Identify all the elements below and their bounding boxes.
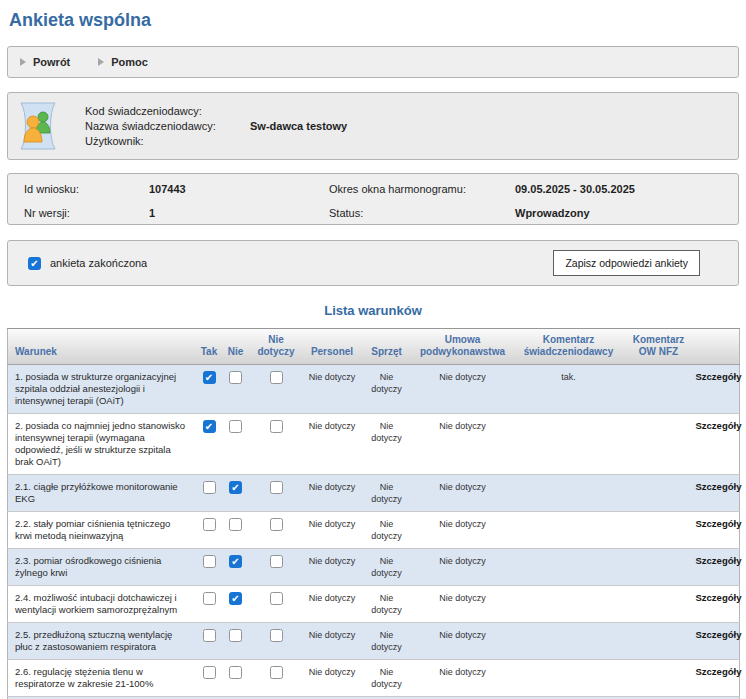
sprzet-value: Nie dotyczy [361, 475, 413, 512]
details-link[interactable]: Szczegóły [696, 666, 742, 677]
details-link[interactable]: Szczegóły [696, 518, 742, 529]
save-answers-button[interactable]: Zapisz odpowiedzi ankiety [553, 250, 700, 276]
provider-name-value: Sw-dawca testowy [250, 120, 347, 132]
nie-dotyczy-checkbox[interactable] [270, 666, 283, 679]
column-header-umowa-podwykonawstwa: Umowa podwykonawstwa [413, 329, 513, 365]
nie-checkbox[interactable] [229, 555, 242, 568]
nie-dotyczy-checkbox[interactable] [270, 420, 283, 433]
details-link[interactable]: Szczegóły [696, 592, 742, 603]
komentarz-ow-nfz-value [625, 414, 693, 475]
tak-checkbox[interactable] [203, 420, 216, 433]
version-label: Nr wersji: [24, 207, 149, 225]
komentarz-swiadczeniodawcy-value [513, 512, 625, 549]
umowa-podwykonawstwa-value: Nie dotyczy [413, 623, 513, 660]
survey-finished-label: ankieta zakończona [50, 257, 147, 269]
tak-checkbox[interactable] [203, 666, 216, 679]
tak-checkbox[interactable] [203, 518, 216, 531]
column-header-komentarz-swiadczeniodawcy: Komentarz świadczeniodawcy [513, 329, 625, 365]
condition-text: 2.4. możliwość intubacji dotchawiczej i … [8, 586, 196, 623]
tak-checkbox[interactable] [203, 371, 216, 384]
help-button-label: Pomoc [111, 56, 148, 68]
komentarz-swiadczeniodawcy-value: tak. [513, 365, 625, 414]
details-cell: Szczegóły [693, 623, 740, 660]
nie-checkbox[interactable] [229, 518, 242, 531]
version-value: 1 [149, 207, 329, 225]
tak-checkbox-cell [196, 586, 223, 623]
schedule-period-value: 09.05.2025 - 30.05.2025 [515, 183, 738, 201]
nie-checkbox-cell [223, 414, 249, 475]
tak-checkbox[interactable] [203, 481, 216, 494]
nie-checkbox[interactable] [229, 420, 242, 433]
nie-dotyczy-checkbox[interactable] [270, 518, 283, 531]
umowa-podwykonawstwa-value: Nie dotyczy [413, 365, 513, 414]
nie-checkbox-cell [223, 660, 249, 697]
nie-dotyczy-checkbox-cell [249, 623, 304, 660]
komentarz-ow-nfz-value [625, 512, 693, 549]
komentarz-ow-nfz-value [625, 549, 693, 586]
personel-value: Nie dotyczy [304, 586, 361, 623]
umowa-podwykonawstwa-value: Nie dotyczy [413, 586, 513, 623]
column-header-komentarz-ow-nfz: Komentarz OW NFZ [625, 329, 693, 365]
schedule-period-label: Okres okna harmonogramu: [329, 183, 515, 201]
nie-dotyczy-checkbox[interactable] [270, 592, 283, 605]
condition-row: 2.5. przedłużoną sztuczną wentylację płu… [8, 623, 740, 660]
condition-text: 1. posiada w strukturze organizacyjnej s… [8, 365, 196, 414]
tak-checkbox-cell [196, 660, 223, 697]
back-button-label: Powrót [33, 56, 70, 68]
sprzet-value: Nie dotyczy [361, 414, 413, 475]
tak-checkbox[interactable] [203, 629, 216, 642]
condition-text: 2.3. pomiar ośrodkowego ciśnienia żylneg… [8, 549, 196, 586]
condition-row: 2.3. pomiar ośrodkowego ciśnienia żylneg… [8, 549, 740, 586]
personel-value: Nie dotyczy [304, 660, 361, 697]
details-cell: Szczegóły [693, 475, 740, 512]
nie-checkbox[interactable] [229, 666, 242, 679]
tak-checkbox[interactable] [203, 555, 216, 568]
conditions-table-body: 1. posiada w strukturze organizacyjnej s… [8, 365, 740, 699]
sprzet-value: Nie dotyczy [361, 623, 413, 660]
nie-dotyczy-checkbox[interactable] [270, 629, 283, 642]
komentarz-ow-nfz-value [625, 623, 693, 660]
condition-row: 2.4. możliwość intubacji dotchawiczej i … [8, 586, 740, 623]
nie-dotyczy-checkbox[interactable] [270, 481, 283, 494]
nie-checkbox-cell [223, 549, 249, 586]
arrow-right-icon [20, 58, 26, 66]
column-header-nie-dotyczy: Nie dotyczy [249, 329, 304, 365]
sprzet-value: Nie dotyczy [361, 586, 413, 623]
provider-name-label: Nazwa świadczeniodawcy: [85, 120, 250, 132]
condition-row: 2.2. stały pomiar ciśnienia tętniczego k… [8, 512, 740, 549]
help-button[interactable]: Pomoc [98, 56, 148, 68]
personel-value: Nie dotyczy [304, 414, 361, 475]
details-link[interactable]: Szczegóły [696, 371, 742, 382]
nie-dotyczy-checkbox[interactable] [270, 371, 283, 384]
nie-checkbox-cell [223, 512, 249, 549]
umowa-podwykonawstwa-value: Nie dotyczy [413, 512, 513, 549]
details-link[interactable]: Szczegóły [696, 481, 742, 492]
tak-checkbox[interactable] [203, 592, 216, 605]
toolbar: Powrót Pomoc [7, 46, 739, 78]
nie-checkbox[interactable] [229, 481, 242, 494]
details-link[interactable]: Szczegóły [696, 555, 742, 566]
personel-value: Nie dotyczy [304, 623, 361, 660]
details-cell: Szczegóły [693, 365, 740, 414]
nie-dotyczy-checkbox-cell [249, 512, 304, 549]
tak-checkbox-cell [196, 512, 223, 549]
survey-finished-checkbox[interactable] [28, 257, 41, 270]
komentarz-swiadczeniodawcy-value [513, 414, 625, 475]
provider-info: Kod świadczeniodawcy: Nazwa świadczeniod… [85, 105, 347, 147]
nie-checkbox[interactable] [229, 629, 242, 642]
details-cell: Szczegóły [693, 586, 740, 623]
condition-row: 1. posiada w strukturze organizacyjnej s… [8, 365, 740, 414]
conditions-table: Warunek Tak Nie Nie dotyczy Personel Spr… [7, 328, 740, 699]
details-link[interactable]: Szczegóły [696, 629, 742, 640]
nie-dotyczy-checkbox[interactable] [270, 555, 283, 568]
status-label: Status: [329, 207, 515, 225]
details-link[interactable]: Szczegóły [696, 420, 742, 431]
condition-text: 2.5. przedłużoną sztuczną wentylację płu… [8, 623, 196, 660]
nie-checkbox-cell [223, 586, 249, 623]
details-cell: Szczegóły [693, 512, 740, 549]
column-header-warunek: Warunek [8, 329, 196, 365]
nie-checkbox[interactable] [229, 371, 242, 384]
back-button[interactable]: Powrót [20, 56, 70, 68]
tak-checkbox-cell [196, 623, 223, 660]
nie-checkbox[interactable] [229, 592, 242, 605]
